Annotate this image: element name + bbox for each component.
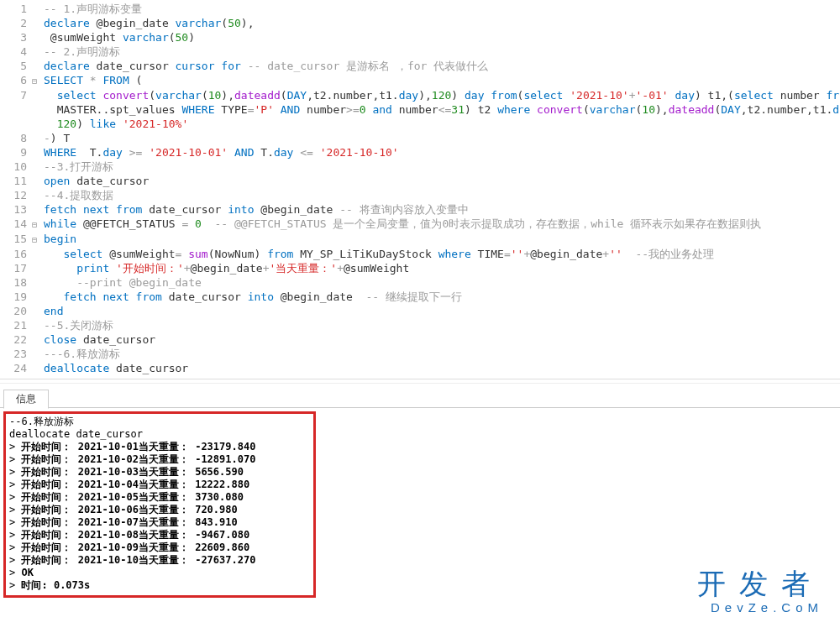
result-row: > 开始时间： 2021-10-05当天重量： 3730.080 [9, 491, 310, 504]
code-content[interactable]: --print @begin_date [42, 275, 202, 290]
code-content[interactable]: while @@FETCH_STATUS = 0 -- @@FETCH_STAT… [42, 217, 761, 231]
fold-icon[interactable] [32, 347, 42, 348]
code-content[interactable]: fetch next from date_cursor into @begin_… [42, 290, 462, 304]
code-content[interactable]: --5.关闭游标 [42, 318, 113, 332]
code-line[interactable]: 5declare date_cursor cursor for -- date_… [0, 59, 840, 73]
line-number: 17 [0, 261, 32, 275]
fold-icon[interactable] [32, 160, 42, 160]
code-content[interactable]: WHERE T.day >= '2021-10-01' AND T.day <=… [42, 145, 399, 160]
fold-icon[interactable] [32, 131, 42, 132]
code-content[interactable]: begin [42, 232, 76, 246]
line-number: 7 [0, 88, 32, 102]
code-content[interactable]: -) T [42, 131, 70, 145]
code-line[interactable]: 11open date_cursor [0, 174, 840, 188]
fold-icon[interactable] [32, 188, 42, 189]
code-content[interactable]: select @sumWeight= sum(NowNum) from MY_S… [42, 247, 714, 261]
tab-messages[interactable]: 信息 [3, 390, 49, 409]
line-number: 12 [0, 188, 32, 202]
code-line[interactable]: 9WHERE T.day >= '2021-10-01' AND T.day <… [0, 145, 840, 160]
fold-icon[interactable] [32, 117, 42, 118]
code-line[interactable]: 7 select convert(varchar(10),dateadd(DAY… [0, 88, 840, 102]
fold-icon[interactable] [32, 30, 42, 31]
code-line[interactable]: 19 fetch next from date_cursor into @beg… [0, 290, 840, 304]
code-line[interactable]: 17 print '开始时间：'+@begin_date+'当天重量：'+@su… [0, 261, 840, 275]
result-time: > 时间: 0.073s [9, 579, 310, 592]
code-line[interactable]: 120) like '2021-10%' [0, 117, 840, 131]
code-line[interactable]: 4-- 2.声明游标 [0, 44, 840, 59]
fold-icon[interactable] [32, 275, 42, 276]
watermark-title: 开发者 [697, 565, 823, 604]
code-line[interactable]: 16 select @sumWeight= sum(NowNum) from M… [0, 247, 840, 261]
code-line[interactable]: MASTER..spt_values WHERE TYPE='P' AND nu… [0, 102, 840, 117]
code-line[interactable]: 8-) T [0, 131, 840, 145]
code-content[interactable]: end [42, 304, 63, 318]
code-line[interactable]: 3 @sumWeight varchar(50) [0, 30, 840, 44]
code-content[interactable]: MASTER..spt_values WHERE TYPE='P' AND nu… [42, 102, 840, 117]
code-content[interactable]: select convert(varchar(10),dateadd(DAY,t… [42, 88, 840, 102]
code-content[interactable]: print '开始时间：'+@begin_date+'当天重量：'+@sumWe… [42, 261, 409, 275]
code-line[interactable]: 10--3.打开游标 [0, 160, 840, 174]
code-content[interactable]: declare date_cursor cursor for -- date_c… [42, 59, 488, 73]
fold-icon[interactable] [32, 318, 42, 319]
code-content[interactable]: open date_cursor [42, 174, 149, 188]
code-line[interactable]: 20end [0, 304, 840, 318]
line-number: 4 [0, 44, 32, 59]
results-tab-bar: 信息 [0, 389, 840, 408]
fold-icon[interactable] [32, 174, 42, 175]
code-content[interactable]: declare @begin_date varchar(50), [42, 16, 254, 30]
code-content[interactable]: fetch next from date_cursor into @begin_… [42, 202, 469, 217]
fold-icon[interactable] [32, 361, 42, 362]
code-content[interactable]: SELECT * FROM ( [42, 73, 142, 87]
code-line[interactable]: 15⊟begin [0, 232, 840, 247]
fold-icon[interactable]: ⊟ [32, 217, 42, 232]
result-row: > 开始时间： 2021-10-06当天重量： 720.980 [9, 504, 310, 516]
fold-icon[interactable]: ⊟ [32, 232, 42, 247]
code-line[interactable]: 14⊟while @@FETCH_STATUS = 0 -- @@FETCH_S… [0, 217, 840, 232]
fold-icon[interactable] [32, 88, 42, 89]
code-content[interactable]: --3.打开游标 [42, 160, 113, 174]
code-content[interactable]: --4.提取数据 [42, 188, 113, 202]
code-content[interactable]: -- 2.声明游标 [42, 44, 120, 59]
code-line[interactable]: 6⊟SELECT * FROM ( [0, 73, 840, 88]
code-content[interactable]: 120) like '2021-10%' [42, 117, 188, 131]
fold-icon[interactable] [32, 202, 42, 203]
code-line[interactable]: 22close date_cursor [0, 332, 840, 347]
result-row: > 开始时间： 2021-10-01当天重量： -23179.840 [9, 441, 310, 453]
fold-icon[interactable] [32, 290, 42, 290]
code-line[interactable]: 2declare @begin_date varchar(50), [0, 16, 840, 30]
fold-icon[interactable] [32, 16, 42, 17]
code-content[interactable]: deallocate date_cursor [42, 361, 188, 375]
code-line[interactable]: 23---6.释放游标 [0, 347, 840, 361]
fold-icon[interactable] [32, 2, 42, 3]
line-number: 16 [0, 247, 32, 261]
results-output[interactable]: --6.释放游标deallocate date_cursor> 开始时间： 20… [3, 411, 316, 598]
line-number: 13 [0, 202, 32, 217]
code-editor[interactable]: 1-- 1.声明游标变量2declare @begin_date varchar… [0, 0, 840, 379]
fold-icon[interactable] [32, 261, 42, 262]
result-row: > 开始时间： 2021-10-03当天重量： 5656.590 [9, 466, 310, 479]
code-content[interactable]: ---6.释放游标 [42, 347, 120, 361]
line-number: 19 [0, 290, 32, 304]
code-line[interactable]: 21--5.关闭游标 [0, 318, 840, 332]
watermark: 开发者 DevZe.CoM [697, 565, 823, 615]
fold-icon[interactable] [32, 44, 42, 45]
fold-icon[interactable] [32, 145, 42, 146]
fold-icon[interactable] [32, 59, 42, 60]
code-content[interactable]: -- 1.声明游标变量 [42, 2, 142, 16]
fold-icon[interactable] [32, 247, 42, 248]
fold-icon[interactable] [32, 332, 42, 333]
code-line[interactable]: 18 --print @begin_date [0, 275, 840, 290]
fold-icon[interactable]: ⊟ [32, 73, 42, 88]
code-content[interactable]: close date_cursor [42, 332, 155, 347]
code-line[interactable]: 24deallocate date_cursor [0, 361, 840, 375]
result-row: > 开始时间： 2021-10-10当天重量： -27637.270 [9, 554, 310, 567]
fold-icon[interactable] [32, 304, 42, 305]
code-content[interactable]: @sumWeight varchar(50) [42, 30, 195, 44]
code-line[interactable]: 12--4.提取数据 [0, 188, 840, 202]
line-number: 1 [0, 2, 32, 16]
code-line[interactable]: 1-- 1.声明游标变量 [0, 2, 840, 16]
line-number: 14 [0, 217, 32, 231]
fold-icon[interactable] [32, 102, 42, 103]
line-number: 5 [0, 59, 32, 73]
code-line[interactable]: 13fetch next from date_cursor into @begi… [0, 202, 840, 217]
